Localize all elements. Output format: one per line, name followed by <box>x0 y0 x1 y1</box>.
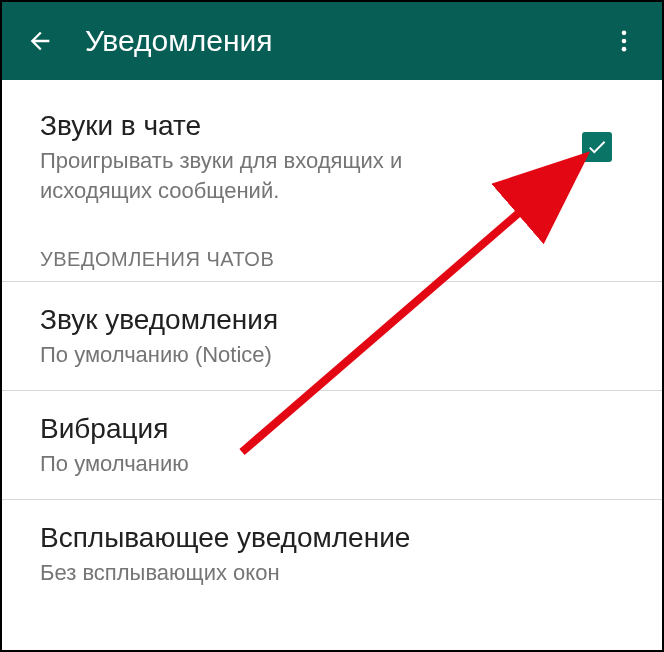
more-vert-icon <box>610 27 638 55</box>
page-title: Уведомления <box>85 24 604 58</box>
setting-popup-notification[interactable]: Всплывающее уведомление Без всплывающих … <box>2 500 662 608</box>
more-button[interactable] <box>604 21 644 61</box>
section-header-text: УВЕДОМЛЕНИЯ ЧАТОВ <box>40 248 634 271</box>
svg-point-2 <box>622 47 627 52</box>
setting-subtitle: Без всплывающих окон <box>40 558 634 588</box>
setting-title: Звук уведомления <box>40 302 634 338</box>
checkmark-icon <box>586 136 608 158</box>
setting-title: Всплывающее уведомление <box>40 520 634 556</box>
setting-chat-sounds[interactable]: Звуки в чате Проигрывать звуки для входя… <box>2 80 662 230</box>
back-button[interactable] <box>20 21 60 61</box>
setting-notification-sound[interactable]: Звук уведомления По умолчанию (Notice) <box>2 282 662 391</box>
setting-title: Звуки в чате <box>40 108 634 144</box>
setting-subtitle: Проигрывать звуки для входящих и исходящ… <box>40 146 490 205</box>
setting-subtitle: По умолчанию <box>40 449 634 479</box>
setting-subtitle: По умолчанию (Notice) <box>40 340 634 370</box>
setting-title: Вибрация <box>40 411 634 447</box>
svg-point-0 <box>622 31 627 36</box>
arrow-left-icon <box>26 27 54 55</box>
chat-sounds-checkbox[interactable] <box>582 132 612 162</box>
section-header-chat-notifications: УВЕДОМЛЕНИЯ ЧАТОВ <box>2 230 662 282</box>
settings-list: Звуки в чате Проигрывать звуки для входя… <box>2 80 662 608</box>
setting-vibration[interactable]: Вибрация По умолчанию <box>2 391 662 500</box>
svg-point-1 <box>622 39 627 44</box>
app-header: Уведомления <box>2 2 662 80</box>
checkbox-container <box>582 132 612 162</box>
